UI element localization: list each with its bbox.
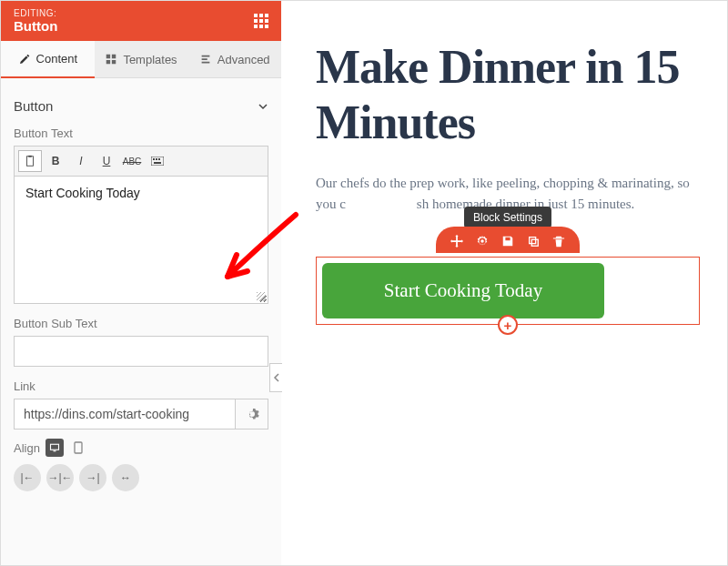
mobile-icon xyxy=(74,441,83,454)
link-settings-button[interactable] xyxy=(236,399,268,430)
svg-rect-11 xyxy=(531,239,538,246)
device-desktop-button[interactable] xyxy=(46,439,64,457)
keyboard-button[interactable] xyxy=(146,150,169,172)
text-toolbar: B I U ABC xyxy=(14,146,268,177)
tab-content[interactable]: Content xyxy=(1,41,95,78)
block-toolbar xyxy=(436,227,580,253)
header-title: Button xyxy=(14,18,57,34)
advanced-icon xyxy=(199,53,212,66)
link-label: Link xyxy=(14,379,268,393)
collapse-sidebar-button[interactable] xyxy=(269,363,282,392)
svg-rect-4 xyxy=(156,158,157,160)
clipboard-icon xyxy=(24,155,36,167)
page-headline: Make Dinner in 15 Minutes xyxy=(316,39,700,151)
svg-rect-5 xyxy=(158,158,160,160)
duplicate-icon xyxy=(527,235,540,248)
svg-rect-2 xyxy=(151,157,164,166)
chevron-left-icon xyxy=(273,373,280,382)
tab-templates[interactable]: Templates xyxy=(95,41,188,77)
italic-button[interactable]: I xyxy=(69,150,93,172)
button-text-label: Button Text xyxy=(14,126,268,140)
device-mobile-button[interactable] xyxy=(69,439,87,457)
align-left-button[interactable]: |← xyxy=(14,464,41,491)
align-center-button[interactable]: →|← xyxy=(46,464,74,491)
settings-sidebar: EDITING: Button Content Templates Advanc… xyxy=(1,1,281,565)
svg-point-9 xyxy=(480,239,484,243)
add-block-button[interactable]: + xyxy=(498,315,518,335)
editing-label: EDITING: xyxy=(14,8,57,18)
section-button[interactable]: Button xyxy=(14,91,268,126)
grid-icon[interactable] xyxy=(254,14,268,28)
canvas-preview: Make Dinner in 15 Minutes Our chefs do t… xyxy=(281,1,727,565)
block-move-button[interactable] xyxy=(449,233,465,249)
link-input[interactable] xyxy=(14,399,236,430)
svg-rect-8 xyxy=(75,442,82,453)
pencil-icon xyxy=(18,53,31,66)
button-sub-text-label: Button Sub Text xyxy=(14,317,268,330)
block-save-button[interactable] xyxy=(500,233,516,249)
templates-icon xyxy=(105,53,117,66)
trash-icon xyxy=(552,235,565,248)
align-label: Align xyxy=(14,441,40,455)
cta-button[interactable]: Start Cooking Today xyxy=(322,263,604,318)
svg-rect-1 xyxy=(28,156,32,157)
tabs: Content Templates Advanced xyxy=(1,41,281,78)
gear-icon xyxy=(245,407,259,421)
block-delete-button[interactable] xyxy=(551,233,567,249)
tab-advanced[interactable]: Advanced xyxy=(187,41,281,77)
align-full-button[interactable]: ↔ xyxy=(112,464,139,491)
gear-icon xyxy=(476,235,489,248)
block-duplicate-button[interactable] xyxy=(525,233,541,249)
desktop-icon xyxy=(49,442,60,453)
svg-rect-7 xyxy=(50,444,58,450)
save-icon xyxy=(501,235,514,248)
strikethrough-button[interactable]: ABC xyxy=(120,150,144,172)
svg-rect-6 xyxy=(154,162,161,164)
bold-button[interactable]: B xyxy=(44,150,67,172)
keyboard-icon xyxy=(151,157,164,166)
button-text-editor[interactable]: Start Cooking Today xyxy=(14,177,268,304)
block-settings-button[interactable] xyxy=(474,233,490,249)
svg-rect-0 xyxy=(27,157,34,167)
chevron-down-icon xyxy=(258,101,268,112)
move-icon xyxy=(450,235,463,248)
button-block[interactable]: Block Settings Start Cooking Today + xyxy=(316,257,700,325)
button-sub-text-input[interactable] xyxy=(14,336,268,367)
svg-rect-3 xyxy=(153,158,155,160)
block-settings-tooltip: Block Settings xyxy=(464,207,551,228)
svg-rect-10 xyxy=(530,238,536,244)
paste-button[interactable] xyxy=(18,150,42,172)
align-right-button[interactable]: →| xyxy=(79,464,106,491)
sidebar-header: EDITING: Button xyxy=(1,1,281,41)
underline-button[interactable]: U xyxy=(95,150,118,172)
